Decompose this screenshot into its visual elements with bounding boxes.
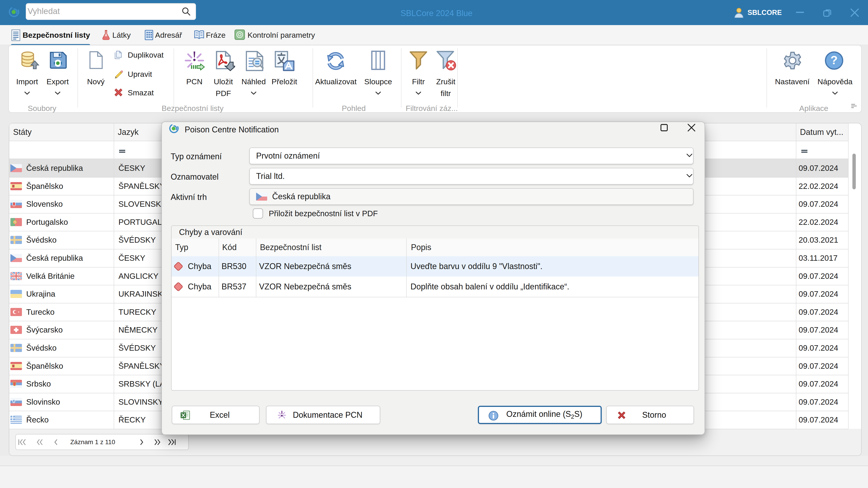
- svg-text:?: ?: [831, 54, 838, 67]
